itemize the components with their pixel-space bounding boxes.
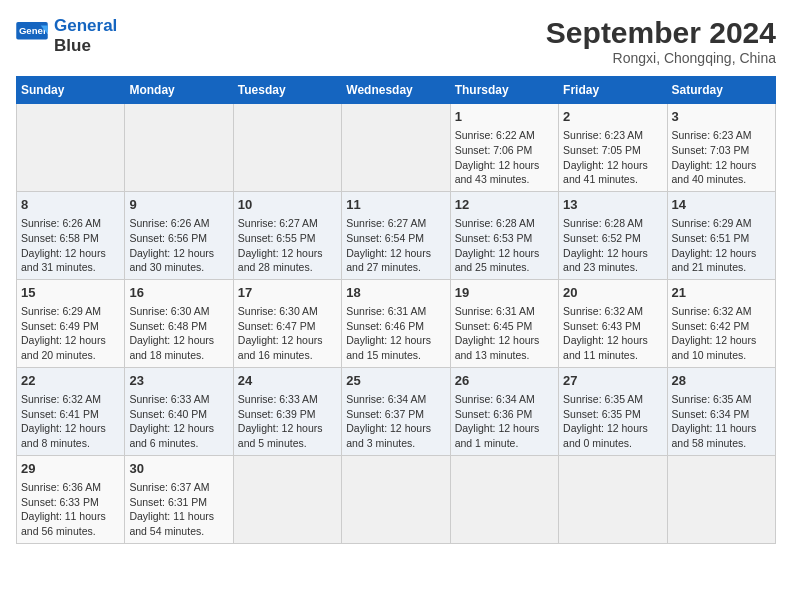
day-number: 20 (563, 284, 662, 302)
day-number: 18 (346, 284, 445, 302)
calendar-cell: 2 Sunrise: 6:23 AM Sunset: 7:05 PM Dayli… (559, 104, 667, 192)
day-number: 12 (455, 196, 554, 214)
sunset: Sunset: 6:35 PM (563, 408, 641, 420)
daylight: Daylight: 12 hours and 25 minutes. (455, 247, 540, 274)
daylight: Daylight: 12 hours and 1 minute. (455, 422, 540, 449)
daylight: Daylight: 12 hours and 8 minutes. (21, 422, 106, 449)
calendar-cell: 16 Sunrise: 6:30 AM Sunset: 6:48 PM Dayl… (125, 279, 233, 367)
sunset: Sunset: 6:52 PM (563, 232, 641, 244)
location: Rongxi, Chongqing, China (546, 50, 776, 66)
calendar-cell (559, 455, 667, 543)
calendar-cell: 15 Sunrise: 6:29 AM Sunset: 6:49 PM Dayl… (17, 279, 125, 367)
daylight: Daylight: 12 hours and 27 minutes. (346, 247, 431, 274)
day-number: 26 (455, 372, 554, 390)
sunset: Sunset: 6:48 PM (129, 320, 207, 332)
day-number: 29 (21, 460, 120, 478)
daylight: Daylight: 12 hours and 28 minutes. (238, 247, 323, 274)
sunset: Sunset: 6:51 PM (672, 232, 750, 244)
daylight: Daylight: 11 hours and 54 minutes. (129, 510, 214, 537)
calendar-cell: 29 Sunrise: 6:36 AM Sunset: 6:33 PM Dayl… (17, 455, 125, 543)
day-header-monday: Monday (125, 77, 233, 104)
calendar-week-1: 1 Sunrise: 6:22 AM Sunset: 7:06 PM Dayli… (17, 104, 776, 192)
sunrise: Sunrise: 6:37 AM (129, 481, 209, 493)
sunset: Sunset: 6:42 PM (672, 320, 750, 332)
sunset: Sunset: 7:05 PM (563, 144, 641, 156)
sunrise: Sunrise: 6:22 AM (455, 129, 535, 141)
day-header-saturday: Saturday (667, 77, 775, 104)
sunset: Sunset: 6:53 PM (455, 232, 533, 244)
title-block: September 2024 Rongxi, Chongqing, China (546, 16, 776, 66)
calendar-cell: 3 Sunrise: 6:23 AM Sunset: 7:03 PM Dayli… (667, 104, 775, 192)
daylight: Daylight: 12 hours and 6 minutes. (129, 422, 214, 449)
daylight: Daylight: 12 hours and 11 minutes. (563, 334, 648, 361)
sunset: Sunset: 6:36 PM (455, 408, 533, 420)
calendar-cell: 27 Sunrise: 6:35 AM Sunset: 6:35 PM Dayl… (559, 367, 667, 455)
calendar-cell: 28 Sunrise: 6:35 AM Sunset: 6:34 PM Dayl… (667, 367, 775, 455)
calendar-cell (125, 104, 233, 192)
sunrise: Sunrise: 6:35 AM (672, 393, 752, 405)
day-number: 21 (672, 284, 771, 302)
sunrise: Sunrise: 6:33 AM (129, 393, 209, 405)
calendar-cell: 24 Sunrise: 6:33 AM Sunset: 6:39 PM Dayl… (233, 367, 341, 455)
day-number: 19 (455, 284, 554, 302)
sunrise: Sunrise: 6:32 AM (672, 305, 752, 317)
sunrise: Sunrise: 6:32 AM (563, 305, 643, 317)
day-number: 17 (238, 284, 337, 302)
calendar-week-5: 29 Sunrise: 6:36 AM Sunset: 6:33 PM Dayl… (17, 455, 776, 543)
calendar-cell: 10 Sunrise: 6:27 AM Sunset: 6:55 PM Dayl… (233, 191, 341, 279)
calendar-cell (233, 455, 341, 543)
calendar-cell: 1 Sunrise: 6:22 AM Sunset: 7:06 PM Dayli… (450, 104, 558, 192)
sunset: Sunset: 6:31 PM (129, 496, 207, 508)
calendar-week-4: 22 Sunrise: 6:32 AM Sunset: 6:41 PM Dayl… (17, 367, 776, 455)
daylight: Daylight: 12 hours and 30 minutes. (129, 247, 214, 274)
sunset: Sunset: 6:56 PM (129, 232, 207, 244)
sunset: Sunset: 6:54 PM (346, 232, 424, 244)
daylight: Daylight: 12 hours and 0 minutes. (563, 422, 648, 449)
day-number: 23 (129, 372, 228, 390)
sunrise: Sunrise: 6:31 AM (346, 305, 426, 317)
day-number: 25 (346, 372, 445, 390)
sunrise: Sunrise: 6:28 AM (455, 217, 535, 229)
daylight: Daylight: 12 hours and 16 minutes. (238, 334, 323, 361)
day-number: 24 (238, 372, 337, 390)
calendar-cell (233, 104, 341, 192)
sunset: Sunset: 6:45 PM (455, 320, 533, 332)
sunrise: Sunrise: 6:30 AM (238, 305, 318, 317)
month-title: September 2024 (546, 16, 776, 50)
day-number: 30 (129, 460, 228, 478)
daylight: Daylight: 12 hours and 31 minutes. (21, 247, 106, 274)
daylight: Daylight: 12 hours and 3 minutes. (346, 422, 431, 449)
sunrise: Sunrise: 6:35 AM (563, 393, 643, 405)
day-number: 2 (563, 108, 662, 126)
sunset: Sunset: 6:55 PM (238, 232, 316, 244)
daylight: Daylight: 12 hours and 10 minutes. (672, 334, 757, 361)
sunset: Sunset: 7:06 PM (455, 144, 533, 156)
calendar-cell: 13 Sunrise: 6:28 AM Sunset: 6:52 PM Dayl… (559, 191, 667, 279)
sunset: Sunset: 6:34 PM (672, 408, 750, 420)
daylight: Daylight: 12 hours and 40 minutes. (672, 159, 757, 186)
calendar-cell: 12 Sunrise: 6:28 AM Sunset: 6:53 PM Dayl… (450, 191, 558, 279)
day-header-thursday: Thursday (450, 77, 558, 104)
calendar-cell: 30 Sunrise: 6:37 AM Sunset: 6:31 PM Dayl… (125, 455, 233, 543)
day-header-tuesday: Tuesday (233, 77, 341, 104)
day-number: 16 (129, 284, 228, 302)
sunset: Sunset: 6:49 PM (21, 320, 99, 332)
daylight: Daylight: 11 hours and 56 minutes. (21, 510, 106, 537)
sunset: Sunset: 6:37 PM (346, 408, 424, 420)
sunrise: Sunrise: 6:30 AM (129, 305, 209, 317)
sunrise: Sunrise: 6:23 AM (563, 129, 643, 141)
day-number: 14 (672, 196, 771, 214)
day-header-friday: Friday (559, 77, 667, 104)
sunrise: Sunrise: 6:31 AM (455, 305, 535, 317)
logo-text: General Blue (54, 16, 117, 55)
calendar-week-2: 8 Sunrise: 6:26 AM Sunset: 6:58 PM Dayli… (17, 191, 776, 279)
sunrise: Sunrise: 6:29 AM (672, 217, 752, 229)
page-header: General General Blue September 2024 Rong… (16, 16, 776, 66)
day-number: 9 (129, 196, 228, 214)
sunrise: Sunrise: 6:36 AM (21, 481, 101, 493)
day-number: 22 (21, 372, 120, 390)
calendar-cell: 22 Sunrise: 6:32 AM Sunset: 6:41 PM Dayl… (17, 367, 125, 455)
calendar-cell: 14 Sunrise: 6:29 AM Sunset: 6:51 PM Dayl… (667, 191, 775, 279)
daylight: Daylight: 12 hours and 5 minutes. (238, 422, 323, 449)
day-number: 13 (563, 196, 662, 214)
